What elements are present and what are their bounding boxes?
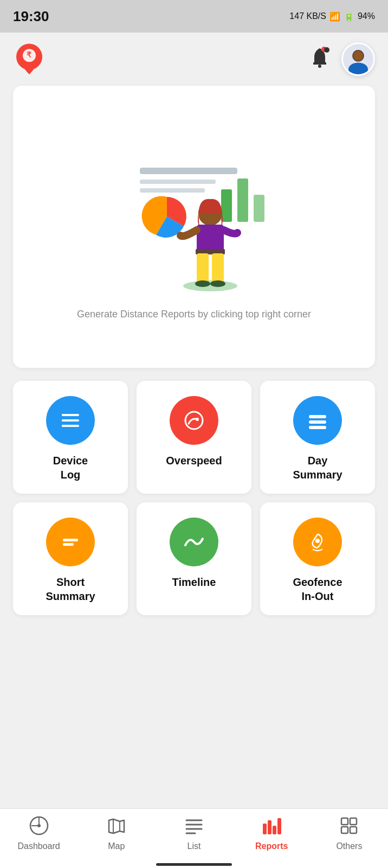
status-bar: 19:30 147 KB/S 📶 🔋 94% (0, 0, 388, 33)
dashboard-label: Dashboard (17, 841, 60, 851)
reports-icon (262, 816, 281, 838)
svg-rect-10 (140, 180, 216, 184)
day-summary-label: DaySummary (293, 454, 342, 482)
svg-point-23 (183, 280, 237, 291)
svg-rect-14 (237, 178, 248, 222)
svg-rect-28 (62, 419, 65, 422)
bottom-nav: Dashboard Map List (0, 808, 388, 868)
device-log-label: DeviceLog (53, 454, 88, 482)
svg-point-4 (318, 65, 321, 68)
nav-item-dashboard[interactable]: Dashboard (0, 816, 77, 851)
status-time: 19:30 (13, 8, 49, 25)
short-summary-card[interactable]: ShortSummary (13, 502, 128, 615)
map-icon (107, 816, 126, 838)
cards-row-1: DeviceLog Overspeed DaySummary (0, 381, 388, 494)
svg-rect-53 (350, 827, 357, 833)
svg-point-37 (315, 539, 320, 543)
nav-item-others[interactable]: Others (311, 816, 388, 851)
svg-rect-36 (63, 543, 74, 546)
svg-rect-27 (62, 414, 65, 416)
svg-point-5 (321, 47, 327, 52)
signal-icon: 📶 (329, 11, 340, 22)
timeline-icon (170, 518, 218, 566)
nav-item-list[interactable]: List (155, 816, 232, 851)
svg-rect-15 (254, 195, 264, 222)
svg-rect-46 (263, 824, 267, 834)
svg-point-39 (37, 824, 41, 827)
app-logo[interactable]: ₹ (13, 43, 46, 75)
list-icon (184, 816, 204, 838)
banner-card: Generate Distance Reports by clicking to… (13, 86, 375, 368)
svg-rect-49 (277, 818, 281, 834)
reports-label: Reports (255, 841, 288, 851)
battery-level: 94% (358, 11, 375, 21)
overspeed-icon (170, 396, 218, 445)
header-actions (309, 42, 375, 76)
user-avatar[interactable] (341, 42, 375, 76)
svg-point-8 (353, 51, 363, 61)
others-icon (339, 816, 359, 838)
timeline-label: Timeline (172, 575, 216, 589)
device-log-icon (46, 396, 95, 445)
svg-rect-51 (350, 818, 357, 825)
home-indicator (156, 863, 232, 866)
svg-rect-20 (212, 253, 224, 283)
svg-rect-9 (140, 168, 237, 174)
nav-item-reports[interactable]: Reports (233, 816, 311, 851)
svg-rect-48 (273, 826, 276, 834)
svg-rect-32 (309, 415, 326, 418)
short-summary-icon (46, 518, 95, 566)
svg-rect-19 (197, 253, 209, 283)
nav-item-map[interactable]: Map (77, 816, 155, 851)
geofence-label: GeofenceIn-Out (293, 575, 342, 603)
svg-rect-29 (62, 425, 65, 427)
svg-rect-50 (341, 818, 348, 825)
svg-rect-13 (221, 189, 232, 222)
svg-point-7 (348, 62, 368, 74)
battery-icon: 🔋 (344, 11, 354, 22)
svg-rect-52 (341, 827, 348, 833)
list-label: List (187, 841, 201, 851)
svg-point-31 (196, 418, 199, 421)
geofence-icon (293, 518, 342, 566)
network-info: 147 KB/S (289, 11, 326, 21)
map-label: Map (108, 841, 125, 851)
banner-text: Generate Distance Reports by clicking to… (77, 309, 311, 320)
device-log-card[interactable]: DeviceLog (13, 381, 128, 494)
header: ₹ (0, 33, 388, 86)
notification-bell-icon[interactable] (309, 46, 331, 73)
status-icons: 147 KB/S 📶 🔋 94% (289, 11, 375, 22)
short-summary-label: ShortSummary (46, 575, 95, 603)
overspeed-card[interactable]: Overspeed (137, 381, 251, 494)
svg-rect-3 (313, 62, 326, 65)
cards-row-2: ShortSummary Timeline GeofenceIn-Out (0, 502, 388, 615)
svg-rect-35 (63, 539, 78, 541)
svg-text:₹: ₹ (27, 51, 32, 59)
dashboard-icon (29, 816, 49, 838)
geofence-card[interactable]: GeofenceIn-Out (260, 502, 375, 615)
overspeed-label: Overspeed (166, 454, 222, 468)
timeline-card[interactable]: Timeline (137, 502, 251, 615)
svg-rect-34 (309, 426, 326, 429)
day-summary-icon (293, 396, 342, 445)
svg-rect-33 (309, 420, 326, 424)
day-summary-card[interactable]: DaySummary (260, 381, 375, 494)
svg-rect-47 (268, 820, 271, 834)
svg-point-30 (185, 412, 203, 429)
others-label: Others (336, 841, 362, 851)
svg-rect-11 (140, 188, 205, 193)
svg-rect-17 (197, 225, 224, 252)
